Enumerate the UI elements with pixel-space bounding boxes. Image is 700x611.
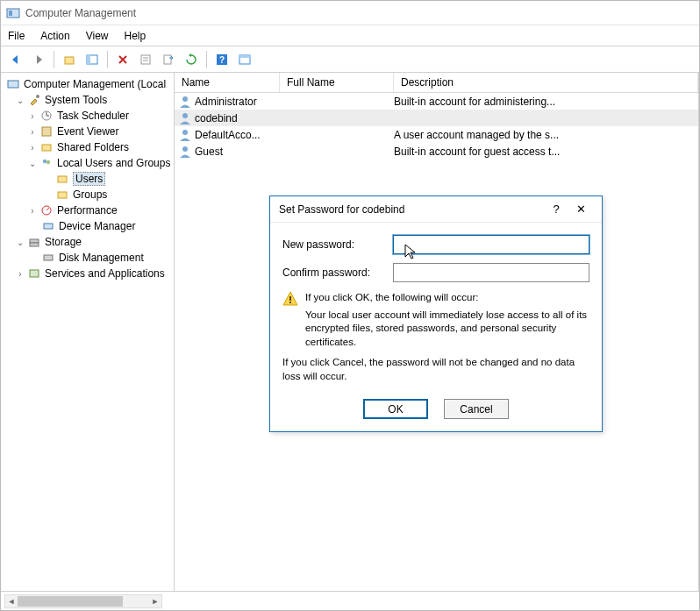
toolbar: ? (1, 46, 699, 73)
horizontal-scrollbar[interactable]: ◄ ► (4, 594, 162, 608)
list-row[interactable]: Guest Built-in account for guest access … (175, 143, 698, 160)
refresh-button[interactable] (182, 50, 201, 69)
list-header: Name Full Name Description (175, 73, 698, 93)
shared-folder-icon (39, 140, 54, 154)
up-button[interactable] (60, 50, 79, 69)
tree-performance[interactable]: › Performance (3, 202, 172, 218)
menu-help[interactable]: Help (125, 30, 146, 42)
dialog-title: Set Password for codebind (279, 203, 544, 216)
svg-point-29 (182, 113, 188, 118)
confirm-password-input[interactable] (393, 263, 589, 282)
list-row[interactable]: codebind (175, 110, 698, 126)
help-button[interactable]: ? (212, 50, 232, 69)
svg-rect-25 (30, 243, 39, 246)
expand-toggle[interactable]: › (27, 206, 38, 216)
tree-groups[interactable]: Groups (3, 187, 172, 202)
tree-pane: Computer Management (Local ⌄ System Tool… (1, 73, 175, 591)
svg-rect-17 (42, 145, 51, 151)
ok-button[interactable]: OK (363, 399, 428, 419)
tree-users[interactable]: Users (3, 171, 172, 187)
svg-point-30 (182, 130, 188, 135)
tree-services-apps[interactable]: › Services and Applications (3, 266, 172, 281)
list-row[interactable]: Administrator Built-in account for admin… (175, 93, 698, 110)
column-name[interactable]: Name (175, 73, 280, 92)
scroll-thumb[interactable] (18, 596, 123, 607)
expand-toggle[interactable]: › (15, 269, 25, 279)
svg-rect-27 (30, 270, 39, 277)
new-password-input[interactable] (393, 235, 589, 254)
svg-text:?: ? (219, 55, 225, 65)
svg-rect-16 (42, 127, 51, 136)
menubar: File Action View Help (1, 25, 699, 46)
users-groups-icon (39, 156, 54, 170)
expand-toggle[interactable]: › (27, 127, 38, 137)
performance-icon (39, 203, 54, 217)
tree-root[interactable]: Computer Management (Local (3, 76, 172, 92)
tree-system-tools[interactable]: ⌄ System Tools (3, 92, 172, 108)
svg-point-14 (36, 95, 39, 98)
tree-shared-folders[interactable]: › Shared Folders (3, 139, 172, 155)
storage-icon (27, 235, 41, 249)
properties-button[interactable] (136, 50, 155, 69)
expand-toggle[interactable]: ⌄ (15, 96, 25, 105)
svg-rect-23 (44, 224, 53, 229)
svg-rect-33 (289, 302, 291, 303)
tree-disk-management[interactable]: Disk Management (3, 250, 172, 266)
expand-toggle[interactable]: › (27, 111, 38, 121)
back-button[interactable] (6, 50, 25, 69)
tree-storage[interactable]: ⌄ Storage (3, 234, 172, 250)
svg-rect-2 (65, 57, 74, 64)
svg-rect-5 (141, 55, 150, 64)
tree-event-viewer[interactable]: › Event Viewer (3, 124, 172, 139)
user-icon (178, 128, 192, 142)
forward-button[interactable] (29, 50, 48, 69)
warning-text: If you click OK, the following will occu… (305, 291, 589, 349)
disk-icon (41, 251, 55, 265)
list-row[interactable]: DefaultAcco... A user account managed by… (175, 126, 698, 143)
warning-icon (282, 291, 298, 349)
svg-point-19 (46, 160, 50, 164)
tree-task-scheduler[interactable]: › Task Scheduler (3, 108, 172, 124)
expand-toggle[interactable]: ⌄ (15, 238, 25, 247)
svg-rect-26 (44, 255, 53, 260)
tools-icon (27, 93, 41, 107)
dialog-close-button[interactable]: ✕ (568, 202, 593, 216)
menu-file[interactable]: File (8, 30, 25, 42)
window-titlebar: Computer Management (1, 1, 699, 25)
view-button[interactable] (235, 50, 254, 69)
tree-local-users-groups[interactable]: ⌄ Local Users and Groups (3, 155, 172, 171)
svg-rect-21 (58, 192, 67, 198)
column-description[interactable]: Description (394, 73, 698, 92)
user-icon (178, 145, 192, 159)
scroll-right-icon[interactable]: ► (150, 596, 161, 607)
dialog-help-button[interactable]: ? (544, 202, 568, 216)
tree-device-manager[interactable]: Device Manager (3, 218, 172, 234)
toolbar-separator (54, 51, 54, 68)
menu-view[interactable]: View (86, 30, 109, 42)
export-button[interactable] (159, 50, 178, 69)
user-icon (178, 111, 192, 125)
column-full-name[interactable]: Full Name (280, 73, 394, 92)
svg-point-31 (182, 146, 188, 152)
new-password-label: New password: (282, 238, 393, 251)
show-hide-tree-button[interactable] (82, 50, 102, 69)
user-icon (178, 95, 192, 109)
toolbar-separator (107, 51, 108, 68)
scroll-left-icon[interactable]: ◄ (6, 596, 17, 607)
delete-button[interactable] (113, 50, 132, 69)
expand-toggle[interactable]: › (27, 143, 38, 153)
folder-icon (55, 188, 69, 202)
svg-rect-13 (8, 81, 18, 88)
statusbar: ◄ ► (1, 591, 699, 610)
computer-icon (6, 77, 20, 91)
expand-toggle[interactable]: ⌄ (27, 159, 38, 168)
svg-rect-20 (58, 176, 67, 182)
menu-action[interactable]: Action (40, 30, 69, 42)
set-password-dialog: Set Password for codebind ? ✕ New passwo… (269, 195, 603, 432)
svg-rect-32 (289, 296, 291, 301)
svg-point-28 (182, 96, 188, 102)
svg-rect-1 (9, 11, 12, 16)
svg-rect-12 (239, 55, 250, 58)
svg-rect-8 (164, 55, 171, 64)
cancel-button[interactable]: Cancel (444, 399, 509, 419)
